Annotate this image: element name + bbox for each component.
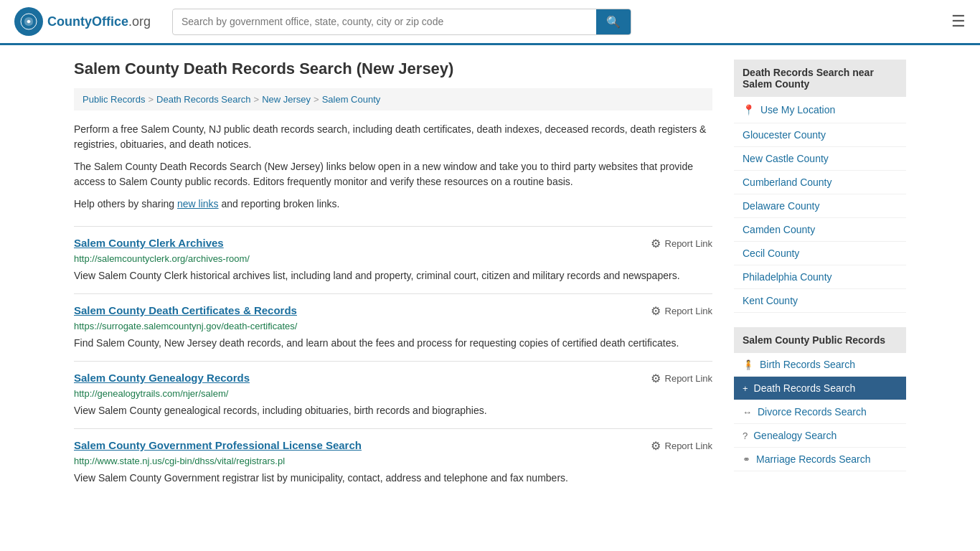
nearby-section-title: Death Records Search near Salem County <box>734 60 906 97</box>
sidebar-record-icon-4: ⚭ <box>743 454 750 465</box>
breadcrumb-sep-1: > <box>148 94 154 105</box>
logo[interactable]: CountyOffice.org <box>14 7 158 36</box>
sidebar-public-record-1[interactable]: + Death Records Search <box>734 377 906 400</box>
record-description-0: View Salem County Clerk historical archi… <box>74 268 712 283</box>
sidebar-public-record-0[interactable]: 🧍 Birth Records Search <box>734 353 906 377</box>
content-wrapper: Salem County Death Records Search (New J… <box>60 45 920 510</box>
location-pin-icon: 📍 <box>743 104 755 116</box>
report-link-icon-1: ⚙ <box>651 304 661 318</box>
sidebar-nearby-county-2[interactable]: Cumberland County <box>734 171 906 194</box>
sidebar-record-icon-3: ? <box>743 430 748 441</box>
record-item: Salem County Clerk Archives ⚙ Report Lin… <box>74 226 712 293</box>
report-link-2[interactable]: ⚙ Report Link <box>651 372 712 385</box>
use-location-label: Use My Location <box>760 104 835 116</box>
report-link-3[interactable]: ⚙ Report Link <box>651 439 712 453</box>
public-records-section: Salem County Public Records 🧍 Birth Reco… <box>734 327 906 471</box>
report-link-label-0: Report Link <box>665 238 712 249</box>
report-link-label-1: Report Link <box>665 306 712 316</box>
sidebar-nearby-county-4[interactable]: Camden County <box>734 218 906 242</box>
record-url-1[interactable]: https://surrogate.salemcountynj.gov/deat… <box>74 321 712 331</box>
sidebar-record-label-2: Divorce Records Search <box>758 406 867 418</box>
record-item: Salem County Genealogy Records ⚙ Report … <box>74 361 712 428</box>
desc-paragraph-2: The Salem County Death Records Search (N… <box>74 159 712 189</box>
breadcrumb-sep-2: > <box>254 94 260 105</box>
records-list: Salem County Clerk Archives ⚙ Report Lin… <box>74 226 712 496</box>
record-url-0[interactable]: http://salemcountyclerk.org/archives-roo… <box>74 253 712 264</box>
record-description-2: View Salem County genealogical records, … <box>74 403 712 418</box>
record-url-2[interactable]: http://genealogytrails.com/njer/salem/ <box>74 388 712 399</box>
report-link-icon-2: ⚙ <box>651 372 661 385</box>
nearby-counties-list: Gloucester CountyNew Castle CountyCumber… <box>734 123 906 313</box>
sidebar-record-icon-0: 🧍 <box>743 359 754 370</box>
nearby-section: Death Records Search near Salem County 📍… <box>734 60 906 313</box>
sidebar-record-label-1: Death Records Search <box>754 382 856 394</box>
record-item-header: Salem County Genealogy Records ⚙ Report … <box>74 372 712 385</box>
report-link-1[interactable]: ⚙ Report Link <box>651 304 712 318</box>
record-item: Salem County Death Certificates & Record… <box>74 293 712 361</box>
logo-text: CountyOffice.org <box>47 14 151 29</box>
record-title-1[interactable]: Salem County Death Certificates & Record… <box>74 304 297 316</box>
public-records-title: Salem County Public Records <box>734 327 906 353</box>
sidebar: Death Records Search near Salem County 📍… <box>734 60 906 496</box>
desc-paragraph-3: Help others by sharing new links and rep… <box>74 197 712 212</box>
record-title-0[interactable]: Salem County Clerk Archives <box>74 237 224 249</box>
record-description-3: View Salem County Government registrar l… <box>74 471 712 486</box>
public-records-list: 🧍 Birth Records Search + Death Records S… <box>734 353 906 471</box>
record-item: Salem County Government Professional Lic… <box>74 428 712 496</box>
record-item-header: Salem County Clerk Archives ⚙ Report Lin… <box>74 237 712 250</box>
main-content: Salem County Death Records Search (New J… <box>74 60 712 496</box>
record-url-3[interactable]: http://www.state.nj.us/cgi-bin/dhss/vita… <box>74 456 712 466</box>
search-button[interactable]: 🔍 <box>596 9 631 34</box>
sidebar-nearby-county-7[interactable]: Kent County <box>734 289 906 313</box>
record-title-3[interactable]: Salem County Government Professional Lic… <box>74 439 362 451</box>
record-item-header: Salem County Death Certificates & Record… <box>74 304 712 318</box>
sidebar-public-record-2[interactable]: ↔ Divorce Records Search <box>734 400 906 424</box>
desc-p3-post: and reporting broken links. <box>219 198 340 209</box>
menu-icon[interactable]: ☰ <box>951 14 966 29</box>
breadcrumb-salem-county[interactable]: Salem County <box>322 94 381 105</box>
breadcrumb-new-jersey[interactable]: New Jersey <box>262 94 311 105</box>
sidebar-public-record-4[interactable]: ⚭ Marriage Records Search <box>734 448 906 471</box>
sidebar-nearby-county-5[interactable]: Cecil County <box>734 242 906 265</box>
report-link-label-3: Report Link <box>665 441 712 451</box>
report-link-icon-3: ⚙ <box>651 439 661 453</box>
record-item-header: Salem County Government Professional Lic… <box>74 439 712 453</box>
search-bar: 🔍 <box>172 9 631 35</box>
breadcrumb-public-records[interactable]: Public Records <box>83 94 145 105</box>
desc-p3-pre: Help others by sharing <box>74 198 177 209</box>
breadcrumb: Public Records > Death Records Search > … <box>74 88 712 110</box>
record-description-1: Find Salem County, New Jersey death reco… <box>74 336 712 351</box>
header: CountyOffice.org 🔍 ☰ <box>0 0 980 45</box>
sidebar-record-icon-2: ↔ <box>743 407 752 418</box>
breadcrumb-sep-3: > <box>314 94 319 105</box>
sidebar-record-label-4: Marriage Records Search <box>756 453 871 465</box>
new-links-link[interactable]: new links <box>177 198 219 209</box>
description: Perform a free Salem County, NJ public d… <box>74 122 712 212</box>
sidebar-record-label-0: Birth Records Search <box>760 359 855 370</box>
desc-paragraph-1: Perform a free Salem County, NJ public d… <box>74 122 712 152</box>
use-my-location[interactable]: 📍 Use My Location <box>734 97 906 123</box>
sidebar-record-label-3: Genealogy Search <box>753 430 837 441</box>
record-title-2[interactable]: Salem County Genealogy Records <box>74 372 250 384</box>
sidebar-record-icon-1: + <box>743 383 748 394</box>
sidebar-nearby-county-0[interactable]: Gloucester County <box>734 123 906 147</box>
sidebar-public-record-3[interactable]: ? Genealogy Search <box>734 424 906 448</box>
report-link-0[interactable]: ⚙ Report Link <box>651 237 712 250</box>
sidebar-nearby-county-3[interactable]: Delaware County <box>734 194 906 218</box>
report-link-icon-0: ⚙ <box>651 237 661 250</box>
breadcrumb-death-records[interactable]: Death Records Search <box>156 94 251 105</box>
sidebar-nearby-county-1[interactable]: New Castle County <box>734 147 906 171</box>
sidebar-nearby-county-6[interactable]: Philadelphia County <box>734 265 906 289</box>
page-title: Salem County Death Records Search (New J… <box>74 60 712 78</box>
report-link-label-2: Report Link <box>665 373 712 384</box>
svg-point-1 <box>27 20 30 23</box>
search-input[interactable] <box>173 10 596 33</box>
logo-icon <box>14 7 43 36</box>
